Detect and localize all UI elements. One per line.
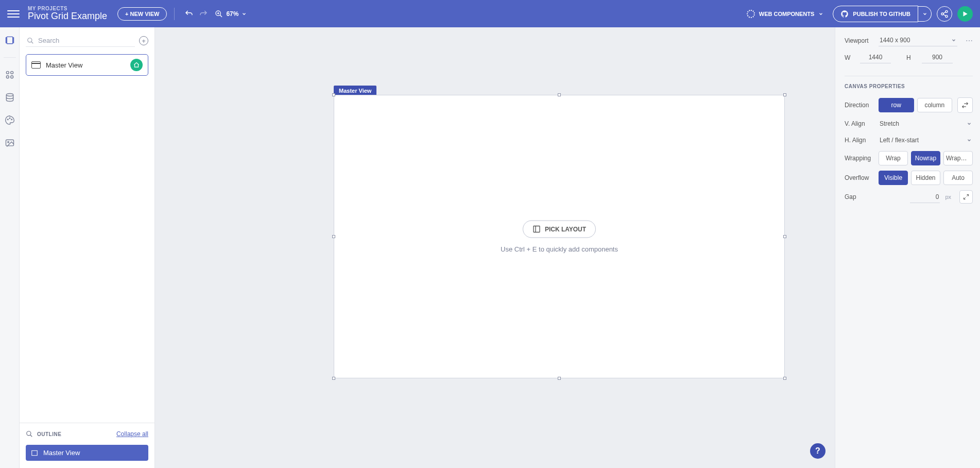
share-button[interactable] xyxy=(937,6,952,22)
nowrap-button[interactable]: Nowrap xyxy=(911,151,940,165)
svg-point-14 xyxy=(10,71,13,74)
gap-label: Gap xyxy=(845,193,873,200)
overflow-label: Overflow xyxy=(845,174,873,181)
width-label: W xyxy=(845,54,855,61)
publish-group: PUBLISH TO GITHUB xyxy=(833,6,932,22)
main-layout: + Master View OUTLINE Collapse all xyxy=(0,27,980,468)
wraprev-button[interactable]: WrapRe... xyxy=(943,151,973,165)
publish-dropdown[interactable] xyxy=(918,6,932,22)
viewport-more-icon[interactable]: ⋯ xyxy=(962,37,973,45)
rail-views-icon[interactable] xyxy=(4,35,15,46)
svg-rect-32 xyxy=(534,226,540,232)
menu-icon[interactable] xyxy=(7,8,20,20)
zoom-control[interactable]: 67% xyxy=(215,10,247,18)
add-view-button[interactable]: + xyxy=(139,36,148,45)
outline-item-master[interactable]: Master View xyxy=(26,445,148,461)
chevron-down-icon xyxy=(967,138,972,143)
svg-point-4 xyxy=(945,10,948,12)
github-icon xyxy=(840,10,849,18)
view-item-label: Master View xyxy=(46,61,125,69)
pick-layout-button[interactable]: PICK LAYOUT xyxy=(523,221,596,238)
canvas-area[interactable]: Master View PICK LAYOUT Use Ctrl + E to … xyxy=(155,27,835,468)
viewport-row: Viewport 1440 x 900 ⋯ xyxy=(845,35,973,46)
resize-handle-mr[interactable] xyxy=(783,235,786,238)
chevron-down-icon xyxy=(951,38,956,43)
pick-layout-label: PICK LAYOUT xyxy=(545,226,586,233)
svg-point-20 xyxy=(11,119,12,120)
svg-line-34 xyxy=(967,195,969,197)
wrapping-label: Wrapping xyxy=(845,155,873,162)
rail-components-icon[interactable] xyxy=(4,69,15,80)
expand-icon xyxy=(963,194,969,200)
direction-column-button[interactable]: column xyxy=(917,98,953,112)
resize-handle-ml[interactable] xyxy=(332,235,335,238)
resize-handle-tr[interactable] xyxy=(783,93,786,96)
gap-expand-button[interactable] xyxy=(959,190,973,204)
height-input[interactable] xyxy=(922,52,953,63)
halign-select[interactable]: Left / flex-start xyxy=(879,135,973,146)
rail-data-icon[interactable] xyxy=(4,92,15,103)
search-icon xyxy=(27,37,34,44)
direction-row-button[interactable]: row xyxy=(879,98,914,112)
home-icon xyxy=(133,62,140,68)
canvas-empty-state: PICK LAYOUT Use Ctrl + E to quickly add … xyxy=(501,221,618,253)
view-item-master[interactable]: Master View xyxy=(26,54,148,76)
collapse-all-link[interactable]: Collapse all xyxy=(116,430,148,438)
canvas-tag[interactable]: Master View xyxy=(334,86,376,96)
direction-group: row column xyxy=(879,98,952,112)
framework-select[interactable]: WEB COMPONENTS xyxy=(747,10,824,18)
height-label: H xyxy=(906,54,917,61)
gap-input[interactable] xyxy=(910,191,940,203)
direction-swap-button[interactable] xyxy=(957,97,973,113)
zoom-value: 67% xyxy=(226,10,238,18)
views-section: + Master View xyxy=(20,27,154,81)
resize-handle-bm[interactable] xyxy=(558,377,561,380)
canvas-properties-title: CANVAS PROPERTIES xyxy=(845,76,973,89)
outline-section: OUTLINE Collapse all Master View xyxy=(20,423,154,468)
rail-assets-icon[interactable] xyxy=(4,137,15,148)
new-view-button[interactable]: + NEW VIEW xyxy=(117,7,167,21)
svg-rect-10 xyxy=(7,37,13,43)
resize-handle-br[interactable] xyxy=(783,377,786,380)
svg-point-23 xyxy=(28,38,32,42)
svg-point-13 xyxy=(6,71,9,74)
search-input[interactable] xyxy=(38,37,134,44)
rail-theme-icon[interactable] xyxy=(4,114,15,126)
direction-label: Direction xyxy=(845,102,873,109)
valign-label: V. Align xyxy=(845,120,873,127)
valign-select[interactable]: Stretch xyxy=(879,118,973,129)
overflow-hidden-button[interactable]: Hidden xyxy=(911,171,940,185)
gap-row: Gap px xyxy=(845,190,973,204)
search-row: + xyxy=(26,35,148,47)
overflow-auto-button[interactable]: Auto xyxy=(943,171,973,185)
wrap-button[interactable]: Wrap xyxy=(879,151,908,165)
svg-point-19 xyxy=(9,118,10,119)
halign-label: H. Align xyxy=(845,137,873,144)
canvas-surface[interactable]: PICK LAYOUT Use Ctrl + E to quickly add … xyxy=(334,95,785,378)
divider xyxy=(174,8,175,20)
svg-line-8 xyxy=(943,14,946,16)
width-input[interactable] xyxy=(860,52,891,63)
svg-point-6 xyxy=(945,15,948,17)
preview-button[interactable] xyxy=(957,6,973,22)
tool-rail xyxy=(0,27,20,468)
svg-point-17 xyxy=(6,94,13,96)
resize-handle-bl[interactable] xyxy=(332,377,335,380)
viewport-select[interactable]: 1440 x 900 xyxy=(879,35,957,46)
help-button[interactable]: ? xyxy=(810,443,826,459)
undo-icon[interactable] xyxy=(182,7,196,21)
swap-icon xyxy=(961,102,969,109)
svg-rect-27 xyxy=(32,450,38,455)
canvas-hint: Use Ctrl + E to quickly add components xyxy=(501,245,618,253)
search-icon xyxy=(26,430,33,438)
overflow-row: Overflow Visible Hidden Auto xyxy=(845,171,973,185)
redo-icon[interactable] xyxy=(196,7,211,21)
svg-point-5 xyxy=(941,13,943,15)
left-panel: + Master View OUTLINE Collapse all xyxy=(20,27,155,468)
publish-button[interactable]: PUBLISH TO GITHUB xyxy=(833,6,918,22)
overflow-visible-button[interactable]: Visible xyxy=(879,171,908,185)
resize-handle-tm[interactable] xyxy=(558,93,561,96)
resize-handle-tl[interactable] xyxy=(332,93,335,96)
home-badge xyxy=(130,59,143,71)
svg-point-25 xyxy=(27,431,31,436)
